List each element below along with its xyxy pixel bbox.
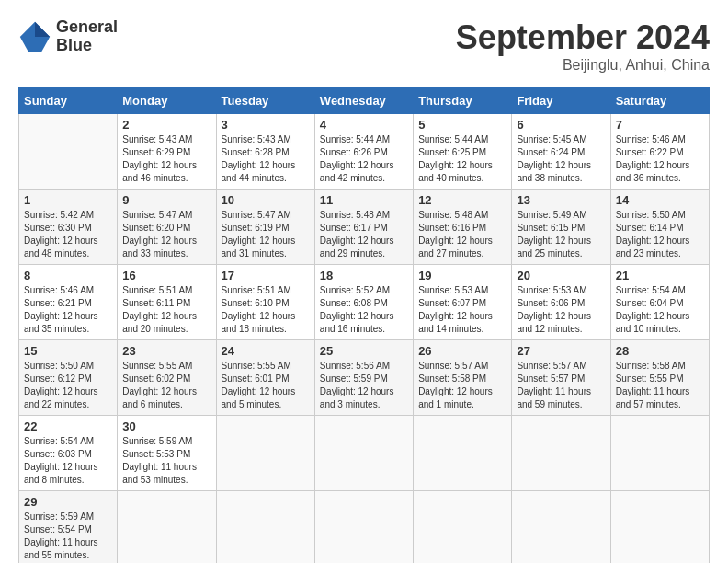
calendar-cell: 23Sunrise: 5:55 AM Sunset: 6:02 PM Dayli…: [118, 340, 216, 416]
column-header-wednesday: Wednesday: [314, 88, 413, 114]
calendar-cell: 29Sunrise: 5:59 AM Sunset: 5:54 PM Dayli…: [19, 491, 118, 564]
day-number: 2: [122, 118, 210, 132]
day-number: 12: [418, 193, 506, 207]
day-number: 8: [24, 269, 112, 282]
calendar-week-2: 1Sunrise: 5:42 AM Sunset: 6:30 PM Daylig…: [19, 190, 710, 265]
calendar-cell: 10Sunrise: 5:47 AM Sunset: 6:19 PM Dayli…: [216, 190, 314, 265]
day-info: Sunrise: 5:46 AM Sunset: 6:21 PM Dayligh…: [24, 284, 112, 336]
day-number: 9: [122, 193, 210, 207]
calendar-cell: [314, 416, 413, 491]
day-number: 13: [517, 193, 605, 207]
month-title: September 2024: [456, 18, 710, 57]
day-info: Sunrise: 5:45 AM Sunset: 6:24 PM Dayligh…: [517, 133, 605, 185]
day-number: 17: [222, 269, 310, 282]
day-number: 18: [320, 269, 408, 282]
column-header-monday: Monday: [118, 88, 216, 114]
calendar-cell: [314, 491, 413, 564]
day-info: Sunrise: 5:53 AM Sunset: 6:07 PM Dayligh…: [418, 284, 506, 336]
calendar-cell: 22Sunrise: 5:54 AM Sunset: 6:03 PM Dayli…: [19, 416, 118, 491]
day-info: Sunrise: 5:42 AM Sunset: 6:30 PM Dayligh…: [24, 209, 112, 260]
day-info: Sunrise: 5:46 AM Sunset: 6:22 PM Dayligh…: [616, 133, 704, 185]
logo: General Blue: [18, 18, 118, 55]
day-info: Sunrise: 5:44 AM Sunset: 6:26 PM Dayligh…: [320, 133, 408, 185]
calendar-cell: 11Sunrise: 5:48 AM Sunset: 6:17 PM Dayli…: [314, 190, 413, 265]
day-number: 16: [122, 269, 210, 282]
column-header-saturday: Saturday: [610, 88, 709, 114]
day-info: Sunrise: 5:44 AM Sunset: 6:25 PM Dayligh…: [418, 133, 506, 185]
day-number: 10: [222, 193, 310, 207]
day-number: 29: [24, 495, 112, 509]
calendar-cell: [19, 114, 118, 190]
calendar-cell: [512, 416, 610, 491]
day-info: Sunrise: 5:57 AM Sunset: 5:57 PM Dayligh…: [517, 360, 605, 411]
day-info: Sunrise: 5:47 AM Sunset: 6:20 PM Dayligh…: [122, 209, 210, 260]
calendar-week-3: 8Sunrise: 5:46 AM Sunset: 6:21 PM Daylig…: [19, 265, 710, 340]
day-number: 22: [24, 419, 112, 433]
calendar-cell: 28Sunrise: 5:58 AM Sunset: 5:55 PM Dayli…: [610, 340, 709, 416]
day-info: Sunrise: 5:50 AM Sunset: 6:12 PM Dayligh…: [24, 360, 112, 411]
calendar-cell: [216, 416, 314, 491]
column-header-sunday: Sunday: [19, 88, 118, 114]
day-info: Sunrise: 5:49 AM Sunset: 6:15 PM Dayligh…: [517, 209, 605, 260]
calendar-cell: [216, 491, 314, 564]
day-number: 6: [517, 118, 605, 132]
column-header-friday: Friday: [512, 88, 610, 114]
calendar-cell: [414, 491, 512, 564]
calendar-week-6: 29Sunrise: 5:59 AM Sunset: 5:54 PM Dayli…: [19, 491, 710, 564]
logo-icon: [18, 20, 51, 53]
day-info: Sunrise: 5:48 AM Sunset: 6:17 PM Dayligh…: [320, 209, 408, 260]
day-number: 15: [24, 344, 112, 358]
calendar-cell: 17Sunrise: 5:51 AM Sunset: 6:10 PM Dayli…: [216, 265, 314, 340]
calendar-week-4: 15Sunrise: 5:50 AM Sunset: 6:12 PM Dayli…: [19, 340, 710, 416]
calendar-cell: [414, 416, 512, 491]
calendar-cell: 25Sunrise: 5:56 AM Sunset: 5:59 PM Dayli…: [314, 340, 413, 416]
calendar-cell: 13Sunrise: 5:49 AM Sunset: 6:15 PM Dayli…: [512, 190, 610, 265]
day-info: Sunrise: 5:50 AM Sunset: 6:14 PM Dayligh…: [616, 209, 704, 260]
day-info: Sunrise: 5:43 AM Sunset: 6:28 PM Dayligh…: [222, 133, 310, 185]
title-block: September 2024 Beijinglu, Anhui, China: [456, 18, 710, 74]
day-number: 1: [24, 193, 112, 207]
day-number: 24: [222, 344, 310, 358]
calendar-cell: 15Sunrise: 5:50 AM Sunset: 6:12 PM Dayli…: [19, 340, 118, 416]
day-info: Sunrise: 5:56 AM Sunset: 5:59 PM Dayligh…: [320, 360, 408, 411]
day-info: Sunrise: 5:57 AM Sunset: 5:58 PM Dayligh…: [418, 360, 506, 411]
day-info: Sunrise: 5:51 AM Sunset: 6:10 PM Dayligh…: [222, 284, 310, 336]
calendar-cell: 12Sunrise: 5:48 AM Sunset: 6:16 PM Dayli…: [414, 190, 512, 265]
day-info: Sunrise: 5:54 AM Sunset: 6:04 PM Dayligh…: [616, 284, 704, 336]
day-info: Sunrise: 5:59 AM Sunset: 5:53 PM Dayligh…: [122, 435, 210, 487]
calendar-cell: 1Sunrise: 5:42 AM Sunset: 6:30 PM Daylig…: [19, 190, 118, 265]
calendar-cell: 16Sunrise: 5:51 AM Sunset: 6:11 PM Dayli…: [118, 265, 216, 340]
calendar-cell: 27Sunrise: 5:57 AM Sunset: 5:57 PM Dayli…: [512, 340, 610, 416]
day-number: 7: [616, 118, 704, 132]
day-number: 19: [418, 269, 506, 282]
calendar-cell: [512, 491, 610, 564]
day-info: Sunrise: 5:59 AM Sunset: 5:54 PM Dayligh…: [24, 511, 112, 562]
day-number: 26: [418, 344, 506, 358]
day-number: 3: [222, 118, 310, 132]
day-info: Sunrise: 5:47 AM Sunset: 6:19 PM Dayligh…: [222, 209, 310, 260]
svg-marker-1: [35, 22, 50, 37]
calendar-cell: 30Sunrise: 5:59 AM Sunset: 5:53 PM Dayli…: [118, 416, 216, 491]
calendar-table: SundayMondayTuesdayWednesdayThursdayFrid…: [18, 87, 710, 563]
day-number: 20: [517, 269, 605, 282]
calendar-cell: 6Sunrise: 5:45 AM Sunset: 6:24 PM Daylig…: [512, 114, 610, 190]
calendar-cell: 26Sunrise: 5:57 AM Sunset: 5:58 PM Dayli…: [414, 340, 512, 416]
day-info: Sunrise: 5:55 AM Sunset: 6:02 PM Dayligh…: [122, 360, 210, 411]
calendar-cell: 7Sunrise: 5:46 AM Sunset: 6:22 PM Daylig…: [610, 114, 709, 190]
day-number: 30: [122, 419, 210, 433]
calendar-cell: [610, 416, 709, 491]
page-header: General Blue September 2024 Beijinglu, A…: [18, 18, 710, 74]
calendar-week-5: 22Sunrise: 5:54 AM Sunset: 6:03 PM Dayli…: [19, 416, 710, 491]
calendar-cell: 14Sunrise: 5:50 AM Sunset: 6:14 PM Dayli…: [610, 190, 709, 265]
day-number: 28: [616, 344, 704, 358]
day-number: 5: [418, 118, 506, 132]
calendar-cell: 4Sunrise: 5:44 AM Sunset: 6:26 PM Daylig…: [314, 114, 413, 190]
logo-text: General Blue: [56, 18, 118, 55]
day-info: Sunrise: 5:51 AM Sunset: 6:11 PM Dayligh…: [122, 284, 210, 336]
day-number: 11: [320, 193, 408, 207]
calendar-cell: 18Sunrise: 5:52 AM Sunset: 6:08 PM Dayli…: [314, 265, 413, 340]
day-info: Sunrise: 5:54 AM Sunset: 6:03 PM Dayligh…: [24, 435, 112, 487]
day-info: Sunrise: 5:52 AM Sunset: 6:08 PM Dayligh…: [320, 284, 408, 336]
column-header-thursday: Thursday: [414, 88, 512, 114]
day-number: 14: [616, 193, 704, 207]
